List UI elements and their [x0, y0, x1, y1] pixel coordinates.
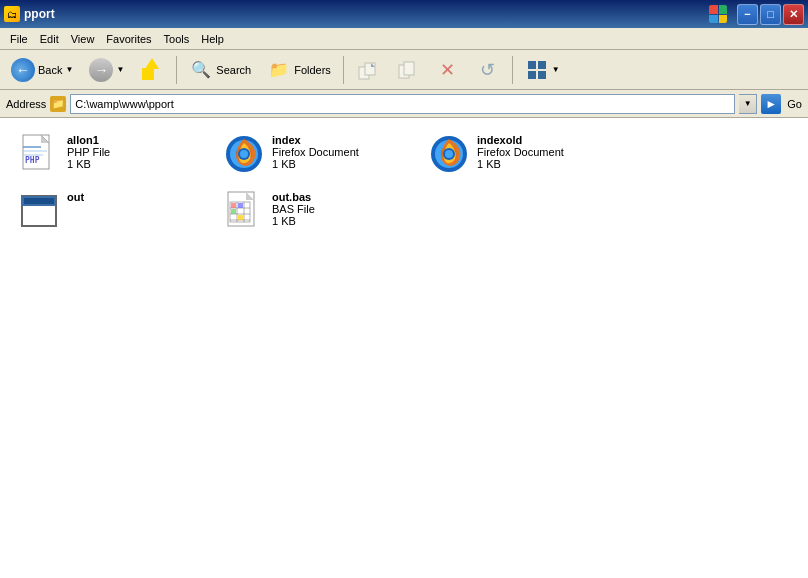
file-size: 1 KB: [67, 158, 110, 170]
svg-point-24: [240, 150, 248, 158]
minimize-button[interactable]: −: [737, 4, 758, 25]
menu-favorites[interactable]: Favorites: [100, 31, 157, 47]
views-icon: [525, 58, 549, 82]
bas-file-icon: [224, 191, 264, 231]
forward-button[interactable]: → ▼: [82, 54, 131, 86]
list-item[interactable]: index Firefox Document 1 KB: [215, 128, 415, 180]
views-button[interactable]: ▼: [518, 54, 567, 86]
back-button[interactable]: ← Back ▼: [4, 54, 80, 86]
window-file-icon: [19, 191, 59, 231]
move-button[interactable]: [349, 54, 387, 86]
svg-marker-3: [145, 58, 159, 69]
back-icon: ←: [11, 58, 35, 82]
separator-1: [176, 56, 177, 84]
address-label: Address: [6, 98, 46, 110]
file-type: Firefox Document: [477, 146, 564, 158]
file-list: PHP allon1 PHP File 1 KB: [0, 118, 808, 578]
toolbar: ← Back ▼ → ▼ 🔍 Search 📁 Folders: [0, 50, 808, 90]
file-info: indexold Firefox Document 1 KB: [477, 134, 564, 170]
go-label: Go: [787, 98, 802, 110]
app-icon: 🗂: [4, 6, 20, 22]
address-input[interactable]: [70, 94, 735, 114]
menu-edit[interactable]: Edit: [34, 31, 65, 47]
list-item[interactable]: out: [10, 185, 210, 237]
views-dropdown-icon: ▼: [552, 65, 560, 74]
delete-icon: ✕: [436, 58, 460, 82]
forward-icon: →: [89, 58, 113, 82]
file-type: BAS File: [272, 203, 315, 215]
folders-label: Folders: [294, 64, 331, 76]
separator-3: [512, 56, 513, 84]
copy-icon: [396, 58, 420, 82]
up-icon: [140, 58, 164, 82]
file-info: out: [67, 191, 84, 203]
menu-bar: File Edit View Favorites Tools Help: [0, 28, 808, 50]
address-bar: Address 📁 ▼ ► Go: [0, 90, 808, 118]
firefox-file-icon-indexold: [429, 134, 469, 174]
address-folder-icon: 📁: [50, 96, 66, 112]
menu-view[interactable]: View: [65, 31, 101, 47]
up-button[interactable]: [133, 54, 171, 86]
copy-button[interactable]: [389, 54, 427, 86]
svg-rect-5: [365, 63, 375, 75]
window-controls: − □ ✕: [709, 4, 804, 25]
window-title: pport: [24, 7, 55, 21]
search-label: Search: [216, 64, 251, 76]
move-icon: [356, 58, 380, 82]
svg-rect-12: [538, 71, 546, 79]
svg-rect-10: [538, 61, 546, 69]
svg-rect-33: [24, 198, 54, 204]
windows-logo: [709, 5, 727, 23]
file-name: indexold: [477, 134, 564, 146]
maximize-button[interactable]: □: [760, 4, 781, 25]
menu-tools[interactable]: Tools: [158, 31, 196, 47]
undo-button[interactable]: ↺: [469, 54, 507, 86]
file-info: out.bas BAS File 1 KB: [272, 191, 315, 227]
separator-2: [343, 56, 344, 84]
forward-dropdown-icon: ▼: [116, 65, 124, 74]
php-file-icon: PHP: [19, 134, 59, 174]
undo-icon: ↺: [476, 58, 500, 82]
svg-text:PHP: PHP: [25, 156, 40, 165]
folders-button[interactable]: 📁 Folders: [260, 54, 338, 86]
title-bar: 🗂 pport − □ ✕: [0, 0, 808, 28]
file-size: 1 KB: [477, 158, 564, 170]
back-dropdown-icon: ▼: [65, 65, 73, 74]
file-name: out: [67, 191, 84, 203]
file-size: 1 KB: [272, 158, 359, 170]
svg-rect-11: [528, 71, 536, 79]
svg-point-29: [445, 150, 453, 158]
address-dropdown-button[interactable]: ▼: [739, 94, 757, 114]
svg-rect-45: [238, 215, 243, 220]
menu-file[interactable]: File: [4, 31, 34, 47]
list-item[interactable]: out.bas BAS File 1 KB: [215, 185, 415, 237]
svg-rect-44: [231, 209, 236, 214]
title-bar-left: 🗂 pport: [4, 6, 55, 22]
file-name: out.bas: [272, 191, 315, 203]
file-size: 1 KB: [272, 215, 315, 227]
svg-rect-9: [528, 61, 536, 69]
firefox-file-icon-index: [224, 134, 264, 174]
file-name: index: [272, 134, 359, 146]
go-button[interactable]: ►: [761, 94, 781, 114]
close-button[interactable]: ✕: [783, 4, 804, 25]
svg-rect-42: [231, 203, 236, 208]
svg-rect-1: [142, 68, 154, 80]
file-info: index Firefox Document 1 KB: [272, 134, 359, 170]
list-item[interactable]: PHP allon1 PHP File 1 KB: [10, 128, 210, 180]
search-button[interactable]: 🔍 Search: [182, 54, 258, 86]
main-content: PHP allon1 PHP File 1 KB: [0, 118, 808, 578]
file-info: allon1 PHP File 1 KB: [67, 134, 110, 170]
file-name: allon1: [67, 134, 110, 146]
back-label: Back: [38, 64, 62, 76]
delete-button[interactable]: ✕: [429, 54, 467, 86]
svg-rect-8: [404, 62, 414, 75]
folders-icon: 📁: [267, 58, 291, 82]
search-icon: 🔍: [189, 58, 213, 82]
menu-help[interactable]: Help: [195, 31, 230, 47]
svg-rect-43: [238, 203, 243, 208]
file-type: Firefox Document: [272, 146, 359, 158]
list-item[interactable]: indexold Firefox Document 1 KB: [420, 128, 620, 180]
file-type: PHP File: [67, 146, 110, 158]
